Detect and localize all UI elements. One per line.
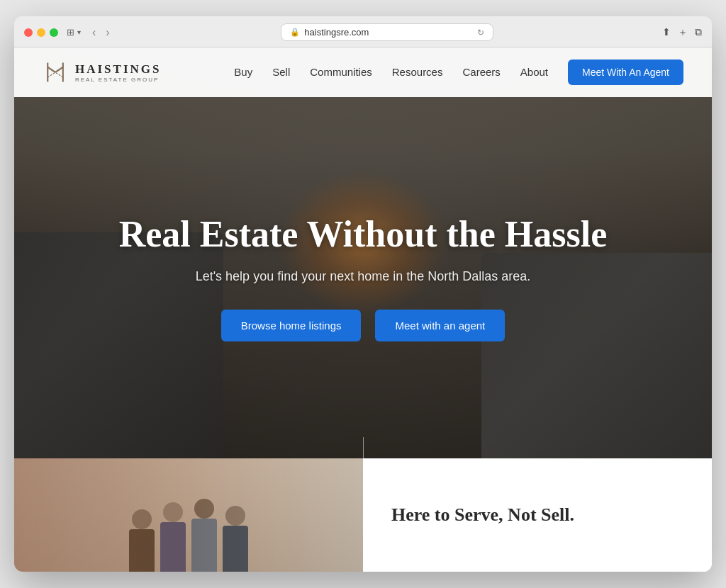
hero-title: Real Estate Without the Hassle — [119, 214, 608, 254]
share-icon[interactable]: ⬆ — [662, 26, 671, 39]
logo-icon — [43, 60, 68, 85]
nav-about[interactable]: About — [520, 66, 548, 78]
sidebar-toggle-icon[interactable]: ⊞ — [67, 27, 74, 38]
hero-subtitle: Let's help you find your next home in th… — [196, 269, 531, 284]
traffic-lights — [24, 28, 58, 37]
nav-communities[interactable]: Communities — [310, 66, 372, 78]
svg-line-2 — [48, 67, 55, 72]
nav-buy[interactable]: Buy — [234, 66, 252, 78]
team-text-section: Here to Serve, Not Sell. — [363, 458, 712, 572]
hero-buttons: Browse home listings Meet with an agent — [221, 310, 505, 341]
nav-controls: ‹ › — [89, 25, 113, 40]
browser-chrome: ⊞ ▾ ‹ › 🔒 haistingsre.com ↻ ⬆ ＋ ⧉ — [14, 16, 712, 47]
svg-line-3 — [55, 67, 63, 72]
team-photo-simulation — [14, 458, 363, 572]
site-navigation: HAISTINGS REAL ESTATE GROUP Buy Sell Com… — [14, 47, 712, 97]
tabs-icon[interactable]: ⧉ — [695, 26, 702, 39]
team-image — [14, 458, 363, 572]
lock-icon: 🔒 — [290, 28, 300, 37]
website: HAISTINGS REAL ESTATE GROUP Buy Sell Com… — [14, 47, 712, 572]
nav-links: Buy Sell Communities Resources Careers A… — [234, 66, 683, 79]
svg-line-5 — [55, 72, 63, 77]
minimize-button[interactable] — [37, 28, 45, 37]
back-button[interactable]: ‹ — [89, 25, 99, 40]
url-text: haistingsre.com — [304, 27, 369, 38]
svg-line-4 — [48, 72, 55, 77]
team-tagline: Here to Serve, Not Sell. — [391, 504, 574, 526]
hero-section: HAISTINGS REAL ESTATE GROUP Buy Sell Com… — [14, 47, 712, 458]
new-tab-icon[interactable]: ＋ — [678, 26, 688, 39]
nav-sell[interactable]: Sell — [272, 66, 290, 78]
window-controls: ⊞ ▾ — [67, 27, 81, 38]
logo[interactable]: HAISTINGS REAL ESTATE GROUP — [43, 60, 161, 85]
maximize-button[interactable] — [50, 28, 58, 37]
close-button[interactable] — [24, 28, 33, 37]
browser-window: ⊞ ▾ ‹ › 🔒 haistingsre.com ↻ ⬆ ＋ ⧉ — [14, 16, 712, 572]
scroll-line — [363, 437, 364, 458]
browse-listings-button[interactable]: Browse home listings — [221, 310, 362, 341]
nav-resources[interactable]: Resources — [392, 66, 443, 78]
below-fold-section: Here to Serve, Not Sell. — [14, 458, 712, 572]
logo-name: HAISTINGS — [75, 62, 161, 77]
forward-button[interactable]: › — [103, 25, 112, 40]
refresh-icon[interactable]: ↻ — [477, 28, 484, 38]
logo-text: HAISTINGS REAL ESTATE GROUP — [75, 62, 161, 83]
logo-subtitle: REAL ESTATE GROUP — [75, 77, 161, 83]
address-bar[interactable]: 🔒 haistingsre.com ↻ — [281, 23, 493, 41]
chevron-down-icon: ▾ — [77, 28, 81, 36]
hero-content: Real Estate Without the Hassle Let's hel… — [14, 47, 712, 458]
browser-actions: ⬆ ＋ ⧉ — [662, 26, 702, 39]
meet-agent-button[interactable]: Meet with an agent — [375, 310, 505, 341]
nav-cta-button[interactable]: Meet With An Agent — [568, 60, 683, 85]
nav-careers[interactable]: Careers — [462, 66, 500, 78]
